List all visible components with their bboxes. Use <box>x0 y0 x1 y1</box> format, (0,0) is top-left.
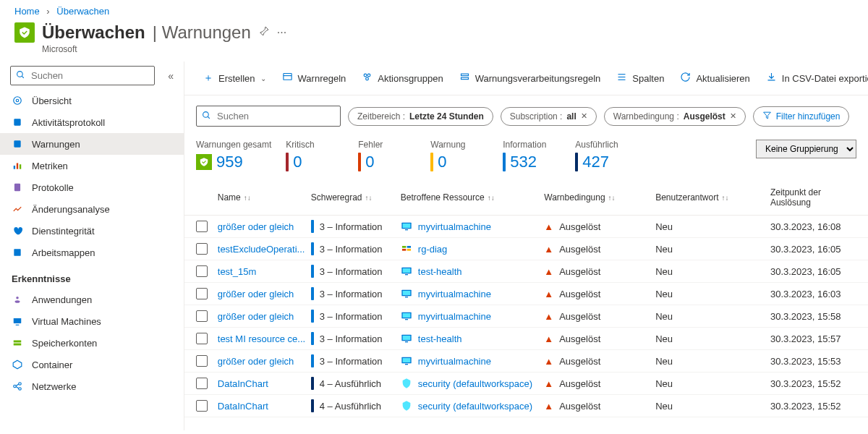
row-checkbox[interactable] <box>196 221 208 232</box>
close-icon[interactable]: ✕ <box>730 111 736 121</box>
action-groups-button[interactable]: Aktionsgruppen <box>354 67 450 89</box>
alert-name-link[interactable]: test_15m <box>218 266 256 277</box>
columns-button[interactable]: Spalten <box>609 67 671 89</box>
overview-icon <box>12 95 23 106</box>
refresh-button[interactable]: Aktualisieren <box>673 67 757 89</box>
resource-link[interactable]: rg-diag <box>418 244 447 255</box>
row-checkbox[interactable] <box>196 355 208 367</box>
resource-link[interactable]: test-health <box>418 266 462 277</box>
severity-bar <box>311 354 314 367</box>
sidebar-item-workbooks[interactable]: Arbeitsmappen <box>0 242 184 263</box>
sidebar-item-overview[interactable]: Übersicht <box>0 90 184 111</box>
filter-pill-subscription[interactable]: Subscription : all✕ <box>501 107 597 126</box>
filter-bar: Zeitbereich : Letzte 24 Stunden Subscrip… <box>184 95 868 137</box>
filter-pill-timerange[interactable]: Zeitbereich : Letzte 24 Stunden <box>348 107 493 126</box>
sidebar-item-activity[interactable]: Aktivitätsprotokoll <box>0 111 184 133</box>
svg-marker-35 <box>763 112 770 119</box>
sidebar-item-network[interactable]: Netzwerke <box>0 375 184 397</box>
col-header-severity[interactable]: Schweregrad↑↓ <box>311 192 401 203</box>
summary-total[interactable]: Warnungen gesamt 959 <box>196 140 271 171</box>
collapse-icon[interactable]: « <box>168 70 174 82</box>
add-filter-button[interactable]: Filter hinzufügen <box>753 106 850 127</box>
export-csv-button[interactable]: In CSV-Datei exportieren <box>759 67 868 89</box>
sidebar-item-apps[interactable]: Anwendungen <box>0 289 184 310</box>
resource-link[interactable]: myvirtualmachine <box>418 356 491 367</box>
alert-rules-button[interactable]: Warnregeln <box>275 67 354 89</box>
filter-icon <box>762 111 772 122</box>
alert-name-link[interactable]: DataInChart <box>218 378 268 389</box>
fired-time: 30.3.2023, 15:52 <box>770 401 856 412</box>
resource-link[interactable]: myvirtualmachine <box>418 221 491 232</box>
svg-marker-17 <box>13 360 22 369</box>
table-row[interactable]: test MI resource ce...3 – Informationtes… <box>184 328 868 350</box>
sidebar-item-label: Übersicht <box>32 95 72 106</box>
table-row[interactable]: DataInChart4 – Ausführlichsecurity (defa… <box>184 395 868 417</box>
sidebar-item-storage[interactable]: Speicherkonten <box>0 332 184 354</box>
sidebar-item-change[interactable]: Änderungsanalyse <box>0 198 184 220</box>
summary-warning[interactable]: Warnung 0 <box>430 140 488 171</box>
table-row[interactable]: größer oder gleich3 – Informationmyvirtu… <box>184 305 868 328</box>
alert-name-link[interactable]: größer oder gleich <box>218 221 294 232</box>
filter-search-input[interactable] <box>196 106 341 127</box>
sidebar-item-vm[interactable]: Virtual Machines <box>0 310 184 332</box>
close-icon[interactable]: ✕ <box>581 111 587 121</box>
fired-time: 30.3.2023, 15:52 <box>770 378 856 389</box>
alert-name-link[interactable]: DataInChart <box>218 401 268 412</box>
table-row[interactable]: größer oder gleich3 – Informationmyvirtu… <box>184 283 868 305</box>
main-content: ＋Erstellen⌄ Warnregeln Aktionsgruppen Wa… <box>184 61 868 430</box>
filter-pill-condition[interactable]: Warnbedingung : Ausgelöst✕ <box>604 107 746 126</box>
row-checkbox[interactable] <box>196 243 208 255</box>
table-row[interactable]: testExcludeOperati...3 – Informationrg-d… <box>184 238 868 260</box>
sidebar-item-metrics[interactable]: Metriken <box>0 155 184 176</box>
pin-icon[interactable] <box>258 25 270 40</box>
alert-name-link[interactable]: größer oder gleich <box>218 356 294 367</box>
summary-critical[interactable]: Kritisch 0 <box>286 140 344 171</box>
col-header-condition[interactable]: Warnbedingung↑↓ <box>544 192 655 203</box>
more-icon[interactable]: ··· <box>277 26 286 39</box>
resource-link[interactable]: security (defaultworkspace) <box>418 378 532 389</box>
resource-link[interactable]: security (defaultworkspace) <box>418 401 532 412</box>
breadcrumb-home[interactable]: Home <box>14 6 40 17</box>
svg-rect-13 <box>14 318 22 323</box>
row-checkbox[interactable] <box>196 400 208 412</box>
sidebar-item-alerts[interactable]: Warnungen <box>0 133 184 155</box>
table-row[interactable]: größer oder gleich3 – Informationmyvirtu… <box>184 216 868 238</box>
table-row[interactable]: DataInChart4 – Ausführlichsecurity (defa… <box>184 373 868 395</box>
resource-link[interactable]: myvirtualmachine <box>418 289 491 299</box>
create-button[interactable]: ＋Erstellen⌄ <box>196 67 273 89</box>
processing-rules-button[interactable]: Warnungsverarbeitungsregeln <box>452 67 608 89</box>
alert-name-link[interactable]: größer oder gleich <box>218 289 294 299</box>
svg-rect-10 <box>14 249 20 255</box>
alert-name-link[interactable]: größer oder gleich <box>218 311 294 322</box>
alert-name-link[interactable]: test MI resource ce... <box>218 333 305 344</box>
sidebar-item-logs[interactable]: Protokolle <box>0 176 184 198</box>
sidebar-item-health[interactable]: Dienstintegrität <box>0 220 184 242</box>
col-header-name[interactable]: Name↑↓ <box>218 192 311 203</box>
sidebar-item-label: Speicherkonten <box>32 338 97 349</box>
col-header-time[interactable]: Zeitpunkt der Auslösung <box>770 187 856 208</box>
table-row[interactable]: größer oder gleich3 – Informationmyvirtu… <box>184 350 868 373</box>
resource-link[interactable]: myvirtualmachine <box>418 311 491 322</box>
col-header-resource[interactable]: Betroffene Ressource↑↓ <box>401 192 544 203</box>
resource-icon <box>401 310 412 322</box>
row-checkbox[interactable] <box>196 310 208 322</box>
grouping-select[interactable]: Keine Gruppierung <box>756 140 856 158</box>
row-checkbox[interactable] <box>196 333 208 344</box>
row-checkbox[interactable] <box>196 288 208 299</box>
row-checkbox[interactable] <box>196 265 208 277</box>
svg-point-12 <box>15 300 20 303</box>
col-header-user-response[interactable]: Benutzerantwort↑↓ <box>655 192 770 203</box>
row-checkbox[interactable] <box>196 378 208 389</box>
condition-label: Ausgelöst <box>559 378 600 389</box>
sidebar-item-container[interactable]: Container <box>0 354 184 375</box>
summary-error[interactable]: Fehler 0 <box>358 140 416 171</box>
resource-link[interactable]: test-health <box>418 333 462 344</box>
summary-verbose[interactable]: Ausführlich 427 <box>575 140 633 171</box>
breadcrumb-current[interactable]: Überwachen <box>56 6 109 17</box>
svg-rect-16 <box>14 344 22 346</box>
alert-name-link[interactable]: testExcludeOperati... <box>218 244 305 255</box>
severity-label: 4 – Ausführlich <box>320 378 381 389</box>
table-row[interactable]: test_15m3 – Informationtest-health▲Ausge… <box>184 260 868 283</box>
summary-information[interactable]: Information 532 <box>503 140 561 171</box>
sidebar-search-input[interactable] <box>10 66 155 85</box>
